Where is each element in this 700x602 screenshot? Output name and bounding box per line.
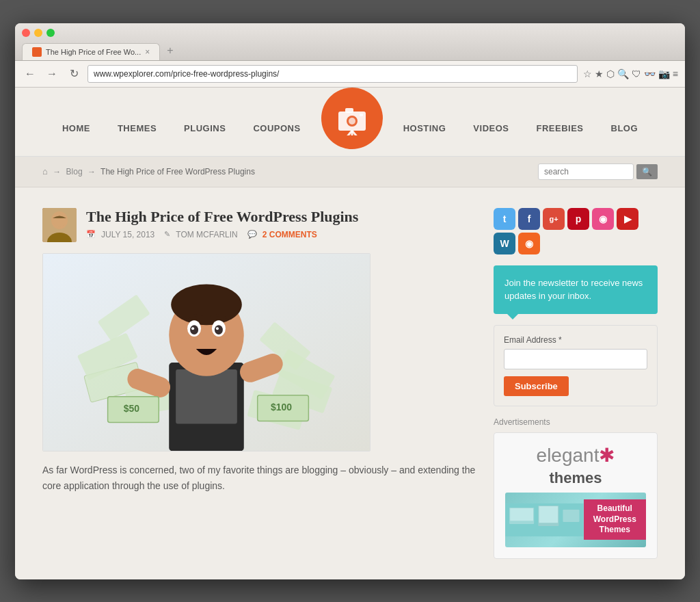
nav-plugins[interactable]: PLUGINS xyxy=(170,118,239,139)
nav-coupons[interactable]: COUPONS xyxy=(239,118,314,139)
svg-text:$100: $100 xyxy=(271,401,292,412)
article-date: JULY 15, 2013 xyxy=(101,230,154,239)
article-meta: 📅 JULY 15, 2013 ✎ TOM MCFARLIN 💬 2 COMME… xyxy=(86,230,358,239)
camera-icon[interactable]: 📷 xyxy=(658,68,670,79)
social-icons: t f g+ p ◉ ▶ W ◉ xyxy=(494,208,658,254)
browser-toolbar: ← → ↻ ☆ ★ ⬡ 🔍 🛡 👓 📷 ≡ xyxy=(15,61,685,88)
et-preview-banner: Beautiful WordPress Themes xyxy=(584,499,646,540)
tab-favicon xyxy=(32,47,42,57)
email-input[interactable] xyxy=(504,349,647,369)
breadcrumb-bar: ⌂ → Blog → The High Price of Free WordPr… xyxy=(15,157,685,187)
svg-rect-45 xyxy=(563,509,579,521)
site-logo[interactable] xyxy=(321,88,383,149)
comments-link[interactable]: 2 COMMENTS xyxy=(262,230,317,239)
article-header: The High Price of Free WordPress Plugins… xyxy=(42,208,480,242)
star-icon[interactable]: ★ xyxy=(595,68,604,79)
forward-button[interactable]: → xyxy=(44,66,60,82)
elegant-themes-text: themes xyxy=(505,469,646,487)
tab-close-icon[interactable]: × xyxy=(145,47,150,57)
nav-home[interactable]: HOME xyxy=(49,118,104,139)
breadcrumb: ⌂ → Blog → The High Price of Free WordPr… xyxy=(42,166,255,176)
breadcrumb-search: 🔍 xyxy=(538,163,658,180)
website: HOME THEMES PLUGINS COUPONS xyxy=(15,88,685,579)
close-button[interactable] xyxy=(22,29,30,37)
svg-rect-42 xyxy=(510,508,533,521)
newsletter-box: Join the newsletter to receive news upda… xyxy=(494,265,658,314)
article-author: TOM MCFARLIN xyxy=(176,230,237,239)
pinterest-icon[interactable]: p xyxy=(567,208,589,230)
calendar-icon: 📅 xyxy=(86,230,96,239)
et-star: ✱ xyxy=(599,445,615,466)
breadcrumb-separator: → xyxy=(53,167,61,176)
svg-rect-1 xyxy=(345,108,353,113)
search-button[interactable]: 🔍 xyxy=(636,164,658,179)
svg-point-11 xyxy=(53,213,66,227)
nav-videos[interactable]: VIDEOS xyxy=(459,118,522,139)
svg-point-3 xyxy=(349,118,355,125)
toolbar-icons: ☆ ★ ⬡ 🔍 🛡 👓 📷 ≡ xyxy=(583,68,678,79)
email-label: Email Address * xyxy=(504,335,647,345)
browser-window: The High Price of Free Wo... × + ← → ↻ ☆… xyxy=(15,23,685,579)
elegant-themes-ad[interactable]: elegant✱ themes xyxy=(494,432,658,559)
maximize-button[interactable] xyxy=(46,29,55,37)
tab-title: The High Price of Free Wo... xyxy=(46,48,141,56)
back-button[interactable]: ← xyxy=(22,66,38,82)
dribbble-icon[interactable]: ◉ xyxy=(592,208,614,230)
svg-rect-23 xyxy=(176,369,237,423)
shield-icon[interactable]: 🛡 xyxy=(632,68,641,79)
article-image: $50 $100 xyxy=(42,253,371,452)
browser-tabs: The High Price of Free Wo... × + xyxy=(22,41,678,60)
nav-themes[interactable]: THEMES xyxy=(104,118,170,139)
refresh-button[interactable]: ↻ xyxy=(66,66,82,82)
newsletter-form: Email Address * Subscribe xyxy=(494,325,658,406)
ads-section: Advertisements elegant✱ themes xyxy=(494,417,658,559)
twitter-icon[interactable]: t xyxy=(494,208,515,230)
browser-controls xyxy=(22,29,678,37)
youtube-icon[interactable]: ▶ xyxy=(617,208,638,230)
rss-icon[interactable]: ◉ xyxy=(518,233,540,254)
svg-point-30 xyxy=(191,327,194,330)
facebook-icon[interactable]: f xyxy=(518,208,540,230)
content-area: The High Price of Free WordPress Plugins… xyxy=(42,208,480,559)
newsletter-text: Join the newsletter to receive news upda… xyxy=(504,278,643,302)
breadcrumb-blog-link[interactable]: Blog xyxy=(66,167,83,176)
glasses-icon[interactable]: 👓 xyxy=(644,68,656,79)
bookmark-icon[interactable]: ☆ xyxy=(583,68,592,79)
nav-blog[interactable]: BLOG xyxy=(597,118,652,139)
active-tab[interactable]: The High Price of Free Wo... × xyxy=(22,43,160,60)
layers-icon[interactable]: ⬡ xyxy=(606,68,615,79)
minimize-button[interactable] xyxy=(34,29,42,37)
svg-point-29 xyxy=(215,325,223,335)
hero-image-svg: $50 $100 xyxy=(43,253,370,452)
ads-label: Advertisements xyxy=(494,417,658,427)
svg-text:$50: $50 xyxy=(124,402,140,413)
svg-rect-44 xyxy=(539,506,558,523)
search-input[interactable] xyxy=(538,163,634,180)
home-icon[interactable]: ⌂ xyxy=(42,166,48,176)
google-plus-icon[interactable]: g+ xyxy=(543,208,565,230)
new-tab-button[interactable]: + xyxy=(160,41,180,60)
search-icon[interactable]: 🔍 xyxy=(617,68,629,79)
address-bar[interactable] xyxy=(88,65,578,83)
author-icon: ✎ xyxy=(164,230,170,239)
nav-hosting[interactable]: HOSTING xyxy=(390,118,460,139)
article-illustration: $50 $100 xyxy=(43,254,370,451)
nav-freebies[interactable]: FREEBIES xyxy=(522,118,597,139)
article-title-block: The High Price of Free WordPress Plugins… xyxy=(86,208,358,239)
subscribe-button[interactable]: Subscribe xyxy=(504,376,569,396)
svg-point-31 xyxy=(216,327,219,330)
browser-titlebar: The High Price of Free Wo... × + xyxy=(15,23,685,61)
et-preview: Beautiful WordPress Themes xyxy=(505,493,646,547)
logo-camera-icon xyxy=(335,101,369,135)
site-nav: HOME THEMES PLUGINS COUPONS xyxy=(15,101,685,156)
menu-icon[interactable]: ≡ xyxy=(673,68,678,79)
article-title: The High Price of Free WordPress Plugins xyxy=(86,208,358,226)
wordpress-icon[interactable]: W xyxy=(494,233,515,254)
author-avatar xyxy=(42,208,77,242)
breadcrumb-separator-2: → xyxy=(88,167,96,176)
breadcrumb-current: The High Price of Free WordPress Plugins xyxy=(100,167,255,176)
svg-rect-4 xyxy=(360,114,363,116)
main-content: The High Price of Free WordPress Plugins… xyxy=(15,187,685,579)
sidebar: t f g+ p ◉ ▶ W ◉ Join the newsletter to … xyxy=(494,208,658,559)
avatar-image xyxy=(42,208,77,242)
